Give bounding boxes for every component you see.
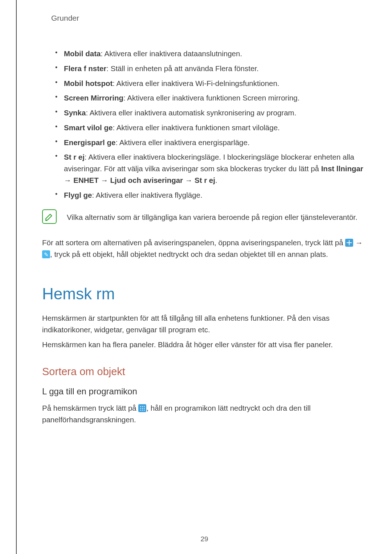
term: Flygl ge — [64, 191, 92, 199]
nav-path: ENHET — [73, 176, 98, 184]
note-icon — [42, 209, 57, 224]
subsection-heading: Sortera om objekt — [42, 366, 367, 378]
list-item: Flera f nster: Ställ in enheten på att a… — [54, 63, 367, 74]
desc: : Aktivera eller inaktivera dataanslutni… — [101, 49, 242, 58]
term: Mobil hotspot — [64, 79, 113, 87]
desc: : Aktivera eller inaktivera energisparlä… — [115, 138, 249, 147]
paragraph: På hemskärmen tryck lätt på , håll en pr… — [42, 402, 367, 426]
desc: : Aktivera eller inaktivera blockeringsl… — [64, 153, 354, 173]
term: Mobil data — [64, 49, 101, 58]
pencil-icon — [42, 250, 50, 258]
list-item: Synka: Aktivera eller inaktivera automat… — [54, 107, 367, 119]
desc: : Aktivera eller inaktivera flygläge. — [92, 191, 202, 199]
list-item: Energisparl ge: Aktivera eller inaktiver… — [54, 137, 367, 148]
note-text: Vilka alternativ som är tillgängliga kan… — [67, 209, 358, 223]
desc: : Ställ in enheten på att använda Flera … — [106, 64, 258, 73]
note-callout: Vilka alternativ som är tillgängliga kan… — [42, 209, 367, 224]
nav-path: St r ej — [195, 176, 215, 184]
term: Smart vilol ge — [64, 123, 113, 132]
term: Synka — [64, 108, 86, 117]
list-item: St r ej: Aktivera eller inaktivera block… — [54, 151, 367, 186]
arrow: → — [64, 176, 73, 184]
arrow: → — [353, 238, 363, 247]
page: Grunder Mobil data: Aktivera eller inakt… — [16, 0, 392, 554]
nav-path: Inst llningar — [321, 164, 363, 173]
header-tab: Grunder — [51, 14, 367, 22]
page-number: 29 — [17, 535, 392, 543]
list-item: Mobil hotspot: Aktivera eller inaktivera… — [54, 78, 367, 89]
term: Flera f nster — [64, 64, 106, 73]
list-item: Smart vilol ge: Aktivera eller inaktiver… — [54, 122, 367, 134]
pen-stroke-icon — [45, 212, 54, 221]
desc: : Aktivera eller inaktivera funktionen s… — [113, 123, 279, 132]
text: För att sortera om alternativen på avise… — [42, 238, 345, 247]
desc: : Aktivera eller inaktivera Wi-Fi-delnin… — [113, 79, 279, 87]
text: , tryck på ett objekt, håll objektet ned… — [50, 250, 328, 258]
sort-instruction: För att sortera om alternativen på avise… — [42, 237, 367, 260]
list-item: Flygl ge: Aktivera eller inaktivera flyg… — [54, 189, 367, 201]
paragraph: Hemskärmen kan ha flera paneler. Bläddra… — [42, 339, 367, 350]
nav-path: Ljud och aviseringar — [110, 176, 183, 184]
desc: : Aktivera eller inaktivera automatisk s… — [86, 108, 296, 117]
section-heading: Hemsk rm — [42, 285, 367, 303]
desc: : Aktivera eller inaktivera funktionen S… — [123, 94, 299, 102]
arrow: → — [99, 176, 110, 184]
list-item: Mobil data: Aktivera eller inaktivera da… — [54, 48, 367, 59]
list-item: Screen Mirroring: Aktivera eller inaktiv… — [54, 92, 367, 104]
term: St r ej — [64, 153, 85, 161]
arrow: → — [183, 176, 195, 184]
definition-list: Mobil data: Aktivera eller inaktivera da… — [54, 48, 367, 201]
grid-icon — [345, 239, 353, 247]
term: Screen Mirroring — [64, 94, 123, 102]
subsubsection-heading: L gga till en programikon — [42, 386, 367, 397]
period: . — [215, 176, 217, 184]
text: På hemskärmen tryck lätt på — [42, 404, 138, 412]
paragraph: Hemskärmen är startpunkten för att få ti… — [42, 312, 367, 336]
apps-icon — [138, 404, 146, 412]
term: Energisparl ge — [64, 138, 115, 147]
